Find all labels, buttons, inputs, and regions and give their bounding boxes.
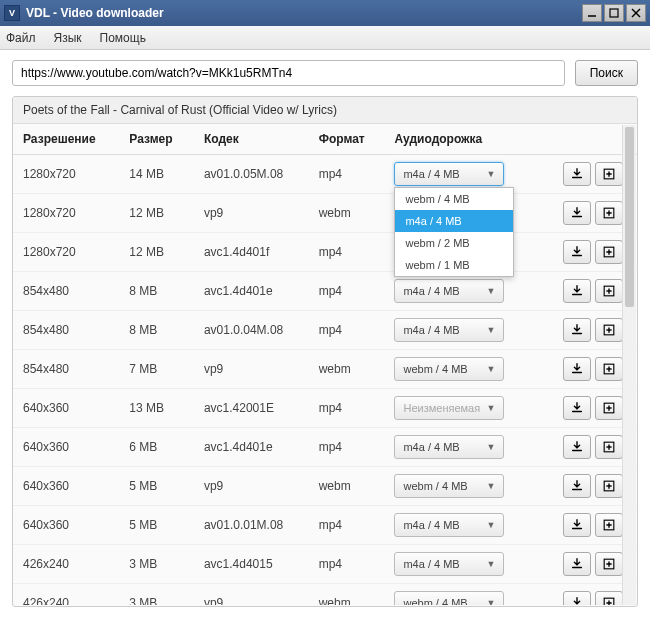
cell-format: mp4	[309, 233, 385, 272]
queue-add-button[interactable]	[595, 240, 623, 264]
download-button[interactable]	[563, 201, 591, 225]
svg-rect-1	[610, 9, 618, 17]
cell-resolution: 640x360	[13, 428, 119, 467]
col-format: Формат	[309, 124, 385, 155]
video-title: Poets of the Fall - Carnival of Rust (Of…	[13, 97, 637, 124]
audio-dropdown-option[interactable]: webm / 4 MB	[395, 188, 513, 210]
minimize-button[interactable]	[582, 4, 602, 22]
download-button[interactable]	[563, 474, 591, 498]
download-button[interactable]	[563, 552, 591, 576]
audio-dropdown-option[interactable]: webm / 2 MB	[395, 232, 513, 254]
titlebar[interactable]: V VDL - Video downloader	[0, 0, 650, 26]
queue-add-button[interactable]	[595, 201, 623, 225]
queue-add-button[interactable]	[595, 318, 623, 342]
window-title: VDL - Video downloader	[26, 6, 582, 20]
menu-file[interactable]: Файл	[6, 31, 36, 45]
audio-dropdown-option[interactable]: webm / 1 MB	[395, 254, 513, 276]
audio-dropdown[interactable]: m4a / 4 MB▼	[394, 435, 504, 459]
cell-codec: avc1.42001E	[194, 389, 309, 428]
audio-dropdown[interactable]: m4a / 4 MB▼	[394, 513, 504, 537]
download-button[interactable]	[563, 318, 591, 342]
table-row: 640x3605 MBvp9webmwebm / 4 MB▼	[13, 467, 637, 506]
download-button[interactable]	[563, 591, 591, 605]
cell-codec: avc1.4d401e	[194, 272, 309, 311]
download-button[interactable]	[563, 513, 591, 537]
cell-resolution: 640x360	[13, 506, 119, 545]
cell-resolution: 640x360	[13, 389, 119, 428]
chevron-down-icon: ▼	[487, 442, 496, 452]
cell-resolution: 854x480	[13, 350, 119, 389]
chevron-down-icon: ▼	[487, 598, 496, 605]
table-row: 854x4808 MBav01.0.04M.08mp4m4a / 4 MB▼	[13, 311, 637, 350]
cell-format: webm	[309, 584, 385, 606]
cell-size: 5 MB	[119, 467, 194, 506]
cell-size: 7 MB	[119, 350, 194, 389]
table-row: 640x3605 MBav01.0.01M.08mp4m4a / 4 MB▼	[13, 506, 637, 545]
chevron-down-icon: ▼	[487, 559, 496, 569]
queue-add-button[interactable]	[595, 279, 623, 303]
cell-size: 3 MB	[119, 545, 194, 584]
audio-dropdown[interactable]: m4a / 4 MB▼	[394, 318, 504, 342]
download-button[interactable]	[563, 240, 591, 264]
queue-add-button[interactable]	[595, 513, 623, 537]
scrollbar[interactable]	[622, 125, 636, 605]
download-button[interactable]	[563, 357, 591, 381]
cell-codec: vp9	[194, 350, 309, 389]
audio-dropdown[interactable]: webm / 4 MB▼	[394, 357, 504, 381]
chevron-down-icon: ▼	[487, 325, 496, 335]
cell-format: webm	[309, 194, 385, 233]
queue-add-button[interactable]	[595, 552, 623, 576]
download-button[interactable]	[563, 279, 591, 303]
queue-add-button[interactable]	[595, 474, 623, 498]
col-codec: Кодек	[194, 124, 309, 155]
cell-size: 6 MB	[119, 428, 194, 467]
cell-resolution: 640x360	[13, 467, 119, 506]
cell-resolution: 1280x720	[13, 233, 119, 272]
cell-resolution: 426x240	[13, 545, 119, 584]
chevron-down-icon: ▼	[487, 169, 496, 179]
audio-dropdown-label: m4a / 4 MB	[403, 168, 459, 180]
audio-dropdown-label: m4a / 4 MB	[403, 285, 459, 297]
table-row: 1280x72014 MBav01.0.05M.08mp4m4a / 4 MB▼…	[13, 155, 637, 194]
download-button[interactable]	[563, 396, 591, 420]
audio-dropdown-label: m4a / 4 MB	[403, 324, 459, 336]
chevron-down-icon: ▼	[487, 364, 496, 374]
audio-dropdown-option[interactable]: m4a / 4 MB	[395, 210, 513, 232]
cell-size: 14 MB	[119, 155, 194, 194]
cell-format: mp4	[309, 311, 385, 350]
queue-add-button[interactable]	[595, 435, 623, 459]
cell-codec: vp9	[194, 467, 309, 506]
cell-codec: avc1.4d4015	[194, 545, 309, 584]
cell-resolution: 1280x720	[13, 194, 119, 233]
results-panel: Poets of the Fall - Carnival of Rust (Of…	[12, 96, 638, 607]
audio-dropdown-menu[interactable]: webm / 4 MBm4a / 4 MBwebm / 2 MBwebm / 1…	[394, 187, 514, 277]
queue-add-button[interactable]	[595, 162, 623, 186]
menu-help[interactable]: Помощь	[100, 31, 146, 45]
cell-codec: av01.0.01M.08	[194, 506, 309, 545]
cell-format: mp4	[309, 272, 385, 311]
cell-size: 8 MB	[119, 311, 194, 350]
close-button[interactable]	[626, 4, 646, 22]
download-button[interactable]	[563, 162, 591, 186]
audio-dropdown[interactable]: m4a / 4 MB▼webm / 4 MBm4a / 4 MBwebm / 2…	[394, 162, 504, 186]
queue-add-button[interactable]	[595, 591, 623, 605]
audio-dropdown[interactable]: m4a / 4 MB▼	[394, 279, 504, 303]
maximize-button[interactable]	[604, 4, 624, 22]
download-button[interactable]	[563, 435, 591, 459]
cell-size: 12 MB	[119, 194, 194, 233]
table-row: 1280x72012 MBvp9webmwebm / 4 MB▼	[13, 194, 637, 233]
audio-dropdown[interactable]: m4a / 4 MB▼	[394, 552, 504, 576]
queue-add-button[interactable]	[595, 357, 623, 381]
search-button[interactable]: Поиск	[575, 60, 638, 86]
chevron-down-icon: ▼	[487, 403, 496, 413]
cell-resolution: 1280x720	[13, 155, 119, 194]
menu-language[interactable]: Язык	[54, 31, 82, 45]
audio-dropdown[interactable]: webm / 4 MB▼	[394, 591, 504, 605]
audio-dropdown[interactable]: webm / 4 MB▼	[394, 474, 504, 498]
table-row: 640x36013 MBavc1.42001Emp4Неизменяемая▼	[13, 389, 637, 428]
queue-add-button[interactable]	[595, 396, 623, 420]
url-input[interactable]	[12, 60, 565, 86]
audio-dropdown-label: m4a / 4 MB	[403, 558, 459, 570]
scrollbar-thumb[interactable]	[625, 127, 634, 307]
audio-dropdown-label: m4a / 4 MB	[403, 519, 459, 531]
